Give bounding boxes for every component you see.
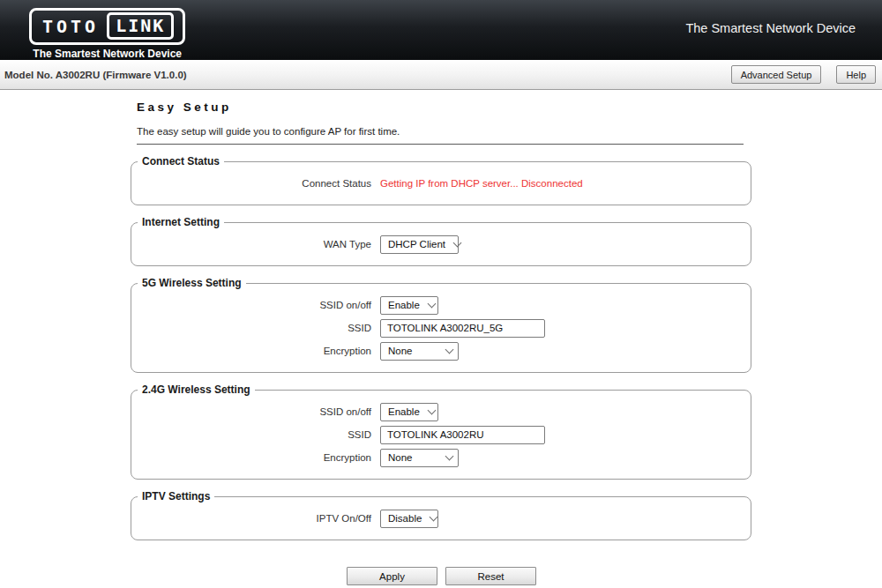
section-5g-wireless-legend: 5G Wireless Setting xyxy=(138,277,246,289)
logo-tagline: The Smartest Network Device xyxy=(29,48,185,60)
section-internet-setting: Internet Setting WAN Type DHCP Client xyxy=(131,216,751,266)
chevron-down-icon xyxy=(430,512,438,521)
section-24g-wireless: 2.4G Wireless Setting SSID on/off Enable… xyxy=(131,383,751,480)
section-internet-setting-legend: Internet Setting xyxy=(138,216,224,228)
chevron-down-icon xyxy=(453,238,462,247)
24g-encryption-label: Encryption xyxy=(131,452,371,463)
24g-ssid-onoff-label: SSID on/off xyxy=(131,406,371,417)
model-toolbar: Model No. A3002RU (Firmware V1.0.0) Adva… xyxy=(0,60,882,90)
5g-encryption-label: Encryption xyxy=(131,346,371,356)
model-number-label: Model No. A3002RU (Firmware V1.0.0) xyxy=(4,70,187,80)
iptv-onoff-selected-value: Disable xyxy=(388,513,422,524)
5g-ssid-onoff-select[interactable]: Enable xyxy=(380,296,438,315)
app-header: TOTO LINK The Smartest Network Device Th… xyxy=(0,0,882,60)
5g-ssid-onoff-selected-value: Enable xyxy=(388,300,420,310)
wan-type-label: WAN Type xyxy=(131,239,371,249)
logo-link-box: LINK xyxy=(107,12,174,40)
5g-ssid-onoff-label: SSID on/off xyxy=(131,300,371,310)
24g-encryption-selected-value: None xyxy=(388,452,413,463)
5g-encryption-row: Encryption None xyxy=(131,341,751,361)
section-connect-status: Connect Status Connect Status Getting IP… xyxy=(131,155,751,205)
page-title: Easy Setup xyxy=(137,100,882,114)
totolink-logo: TOTO LINK The Smartest Network Device xyxy=(29,8,185,60)
chevron-down-icon xyxy=(445,345,454,354)
chevron-down-icon xyxy=(445,451,454,460)
reset-button[interactable]: Reset xyxy=(445,567,536,585)
title-divider xyxy=(137,144,744,145)
wan-type-row: WAN Type DHCP Client xyxy=(131,234,751,254)
chevron-down-icon xyxy=(427,406,436,414)
5g-ssid-row: SSID xyxy=(131,318,751,338)
page-description: The easy setup will guide you to configu… xyxy=(137,126,882,137)
main-content: Easy Setup The easy setup will guide you… xyxy=(0,100,882,585)
form-actions: Apply Reset xyxy=(347,567,882,585)
24g-ssid-onoff-select[interactable]: Enable xyxy=(380,403,438,421)
connect-status-label: Connect Status xyxy=(131,178,371,189)
5g-encryption-selected-value: None xyxy=(388,346,413,356)
logo-text-toto: TOTO xyxy=(42,16,99,37)
connect-status-value: Getting IP from DHCP server... Disconnec… xyxy=(380,178,583,189)
24g-ssid-onoff-row: SSID on/off Enable xyxy=(131,402,751,421)
toolbar-buttons: Advanced Setup Help xyxy=(731,65,876,84)
iptv-onoff-label: IPTV On/Off xyxy=(131,513,371,524)
advanced-setup-button[interactable]: Advanced Setup xyxy=(731,65,822,84)
24g-encryption-row: Encryption None xyxy=(131,448,751,467)
5g-encryption-select[interactable]: None xyxy=(380,342,459,361)
24g-ssid-row: SSID xyxy=(131,425,751,444)
5g-ssid-label: SSID xyxy=(131,323,371,333)
section-24g-wireless-legend: 2.4G Wireless Setting xyxy=(138,383,255,396)
section-iptv: IPTV Settings IPTV On/Off Disable xyxy=(131,490,751,540)
24g-ssid-label: SSID xyxy=(131,429,371,440)
24g-ssid-input[interactable] xyxy=(380,426,545,444)
wan-type-selected-value: DHCP Client xyxy=(388,239,445,249)
logo-box: TOTO LINK xyxy=(29,8,185,45)
help-button[interactable]: Help xyxy=(836,65,876,84)
apply-button[interactable]: Apply xyxy=(347,567,437,585)
wan-type-select[interactable]: DHCP Client xyxy=(380,235,459,254)
24g-ssid-onoff-selected-value: Enable xyxy=(388,406,420,417)
connect-status-row: Connect Status Getting IP from DHCP serv… xyxy=(131,174,751,193)
section-iptv-legend: IPTV Settings xyxy=(138,490,214,502)
logo-text-link: LINK xyxy=(116,15,165,36)
5g-ssid-input[interactable] xyxy=(380,319,545,338)
section-connect-status-legend: Connect Status xyxy=(138,155,224,167)
iptv-onoff-select[interactable]: Disable xyxy=(380,510,438,528)
5g-ssid-onoff-row: SSID on/off Enable xyxy=(131,295,751,315)
header-slogan: The Smartest Network Device xyxy=(685,21,856,35)
section-5g-wireless: 5G Wireless Setting SSID on/off Enable S… xyxy=(131,277,751,373)
iptv-onoff-row: IPTV On/Off Disable xyxy=(131,509,751,528)
24g-encryption-select[interactable]: None xyxy=(380,449,459,467)
chevron-down-icon xyxy=(427,299,436,308)
